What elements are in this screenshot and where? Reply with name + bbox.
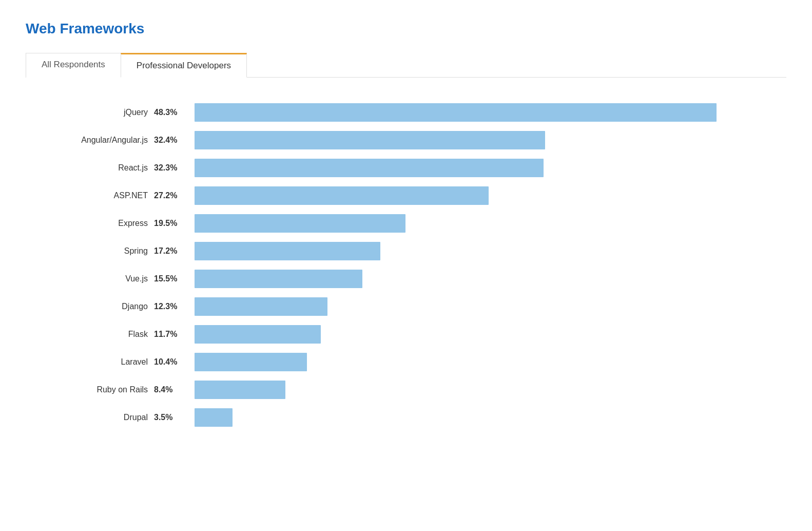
chart-row-pct: 27.2%	[154, 191, 187, 200]
chart-row: React.js32.3%	[26, 159, 744, 177]
bar-chart: jQuery48.3%Angular/Angular.js32.4%React.…	[26, 98, 744, 441]
chart-row: Spring17.2%	[26, 242, 744, 260]
chart-bar	[195, 186, 489, 205]
chart-row-label: Ruby on Rails	[26, 385, 154, 394]
chart-row-label: jQuery	[26, 108, 154, 117]
chart-row-label: Laravel	[26, 357, 154, 367]
chart-row: Flask11.7%	[26, 325, 744, 344]
chart-bar	[195, 270, 362, 288]
tab-all-respondents[interactable]: All Respondents	[26, 53, 121, 78]
chart-row: Drupal3.5%	[26, 408, 744, 427]
chart-bar-wrap	[195, 131, 744, 149]
chart-row-label: Drupal	[26, 413, 154, 422]
chart-row: Ruby on Rails8.4%	[26, 381, 744, 399]
chart-bar	[195, 381, 285, 399]
chart-bar	[195, 408, 233, 427]
chart-row-label: Angular/Angular.js	[26, 136, 154, 145]
chart-bar	[195, 297, 327, 316]
chart-row-label: ASP.NET	[26, 191, 154, 200]
chart-row-pct: 48.3%	[154, 108, 187, 117]
chart-row-pct: 10.4%	[154, 357, 187, 367]
chart-bar-wrap	[195, 381, 744, 399]
chart-bar	[195, 159, 544, 177]
chart-row-pct: 32.4%	[154, 136, 187, 145]
chart-row-label: Vue.js	[26, 274, 154, 283]
chart-bar	[195, 103, 717, 122]
chart-bar-wrap	[195, 186, 744, 205]
chart-row-pct: 11.7%	[154, 330, 187, 339]
chart-row: ASP.NET27.2%	[26, 186, 744, 205]
chart-bar-wrap	[195, 270, 744, 288]
chart-bar-wrap	[195, 214, 744, 233]
chart-row: Laravel10.4%	[26, 353, 744, 371]
chart-bar-wrap	[195, 408, 744, 427]
chart-row-label: Express	[26, 219, 154, 228]
chart-row-pct: 3.5%	[154, 413, 187, 422]
chart-bar-wrap	[195, 159, 744, 177]
chart-row-pct: 32.3%	[154, 163, 187, 173]
chart-row-label: React.js	[26, 163, 154, 173]
chart-row: Angular/Angular.js32.4%	[26, 131, 744, 149]
chart-bar-wrap	[195, 103, 744, 122]
chart-row-label: Django	[26, 302, 154, 311]
chart-row-label: Flask	[26, 330, 154, 339]
chart-row-pct: 8.4%	[154, 385, 187, 394]
chart-bar-wrap	[195, 353, 744, 371]
chart-row-pct: 17.2%	[154, 246, 187, 256]
chart-row-pct: 15.5%	[154, 274, 187, 283]
tab-professional-developers[interactable]: Professional Developers	[121, 53, 247, 78]
chart-row: Express19.5%	[26, 214, 744, 233]
chart-row: jQuery48.3%	[26, 103, 744, 122]
chart-row-pct: 12.3%	[154, 302, 187, 311]
chart-bar	[195, 242, 380, 260]
chart-row: Vue.js15.5%	[26, 270, 744, 288]
chart-bar-wrap	[195, 325, 744, 344]
page-title: Web Frameworks	[26, 21, 786, 37]
chart-row-label: Spring	[26, 246, 154, 256]
chart-row: Django12.3%	[26, 297, 744, 316]
chart-bar-wrap	[195, 297, 744, 316]
chart-row-pct: 19.5%	[154, 219, 187, 228]
chart-bar	[195, 131, 545, 149]
chart-bar	[195, 214, 405, 233]
chart-bar	[195, 353, 307, 371]
chart-bar-wrap	[195, 242, 744, 260]
tab-bar: All Respondents Professional Developers	[26, 52, 786, 78]
chart-bar	[195, 325, 321, 344]
